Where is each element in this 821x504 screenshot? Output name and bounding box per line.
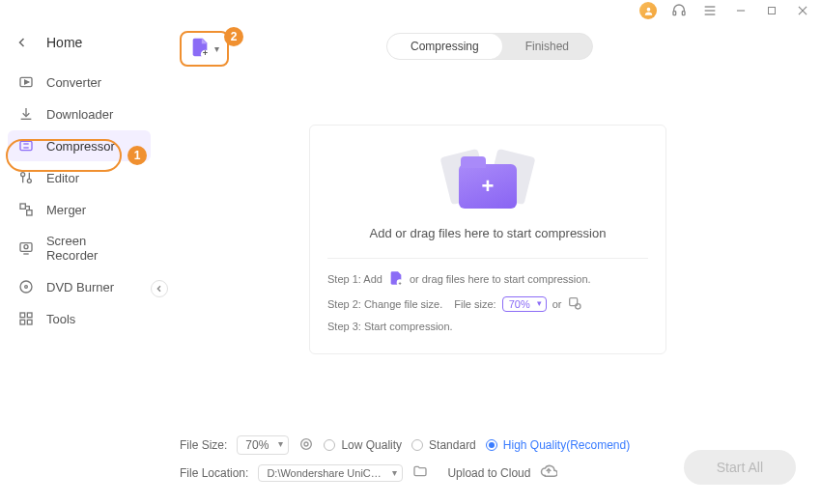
- sidebar-item-label: Downloader: [46, 107, 113, 122]
- svg-text:+: +: [398, 280, 401, 286]
- sidebar-item-tools[interactable]: Tools: [8, 303, 151, 334]
- downloader-icon: [17, 106, 35, 122]
- sidebar-item-label: Merger: [46, 203, 86, 217]
- file-location-label: File Location:: [180, 466, 248, 480]
- sidebar-collapse-button[interactable]: [151, 280, 168, 297]
- menu-icon[interactable]: [701, 2, 719, 19]
- file-size-label: File Size:: [180, 438, 227, 452]
- file-size-select[interactable]: 70%: [237, 435, 289, 455]
- sidebar-item-label: Tools: [46, 312, 75, 326]
- svg-point-25: [25, 286, 28, 289]
- sidebar-item-converter[interactable]: Converter: [8, 67, 151, 98]
- radio-icon: [324, 439, 335, 451]
- step2-text-a: Step 2: Change file size.: [327, 298, 442, 310]
- start-all-button[interactable]: Start All: [684, 450, 796, 485]
- dropzone-title: Add or drag files here to start compress…: [327, 226, 648, 240]
- status-tabs: Compressing Finished: [386, 33, 593, 60]
- maximize-icon[interactable]: [763, 2, 780, 19]
- quality-low-label: Low Quality: [341, 438, 402, 452]
- sidebar-item-label: Screen Recorder: [46, 234, 141, 263]
- svg-point-35: [576, 304, 580, 309]
- step3-text: Step 3: Start compression.: [327, 321, 453, 332]
- svg-point-36: [301, 438, 312, 449]
- dvd-burner-icon: [17, 279, 35, 294]
- step2-or: or: [552, 298, 562, 310]
- sidebar-item-compressor[interactable]: Compressor: [8, 130, 151, 161]
- converter-icon: [17, 74, 35, 90]
- quality-high[interactable]: High Quality(Recomend): [486, 438, 630, 452]
- chevron-down-icon: ▾: [214, 43, 219, 54]
- close-icon[interactable]: [794, 2, 811, 19]
- step2-size-select[interactable]: 70%: [502, 296, 547, 312]
- step2-file-size-label: File size:: [454, 298, 495, 310]
- svg-rect-19: [20, 204, 25, 209]
- footer-bar: File Size: 70% Low Quality Standard High…: [180, 435, 796, 490]
- svg-rect-12: [20, 141, 32, 150]
- minimize-icon[interactable]: [732, 2, 750, 19]
- sidebar-item-label: Converter: [46, 75, 101, 90]
- svg-rect-28: [20, 320, 25, 324]
- svg-rect-1: [673, 12, 676, 15]
- main-area: + ▾ 2 Compressing Finished + Add or drag…: [158, 19, 821, 504]
- editor-icon: [17, 170, 35, 185]
- sidebar-item-downloader[interactable]: Downloader: [8, 98, 151, 129]
- compressor-icon: [17, 138, 35, 154]
- home-label[interactable]: Home: [46, 35, 82, 50]
- quality-high-label: High Quality(Recomend): [503, 438, 630, 452]
- sidebar-item-screen-recorder[interactable]: Screen Recorder: [8, 226, 151, 270]
- folder-open-icon[interactable]: [412, 463, 428, 482]
- quality-low[interactable]: Low Quality: [324, 438, 402, 452]
- steps-panel: Step 1: Add + or drag files here to star…: [327, 258, 648, 332]
- step1-text-b: or drag files here to start compression.: [410, 273, 591, 285]
- svg-text:+: +: [203, 48, 208, 58]
- svg-point-24: [20, 281, 32, 293]
- svg-rect-20: [27, 210, 32, 215]
- target-icon[interactable]: [298, 436, 314, 455]
- svg-rect-2: [682, 12, 685, 15]
- svg-point-15: [21, 173, 25, 177]
- radio-icon: [411, 439, 423, 451]
- back-icon[interactable]: [14, 37, 31, 48]
- merger-icon: [17, 202, 35, 217]
- svg-rect-21: [20, 243, 32, 252]
- svg-rect-7: [769, 8, 776, 14]
- screen-recorder-icon: [17, 240, 35, 256]
- svg-point-0: [646, 7, 650, 11]
- sidebar-item-label: DVD Burner: [46, 280, 114, 294]
- folder-add-icon: +: [439, 149, 536, 216]
- sidebar-item-merger[interactable]: Merger: [8, 194, 151, 225]
- sidebar: Home Converter Downloader Compressor Edi…: [0, 19, 158, 504]
- tab-finished[interactable]: Finished: [502, 34, 592, 59]
- svg-marker-11: [25, 80, 29, 84]
- svg-point-37: [304, 442, 308, 446]
- cloud-upload-icon[interactable]: [540, 462, 557, 483]
- settings-mini-icon[interactable]: [567, 295, 582, 313]
- svg-point-16: [27, 179, 31, 182]
- add-file-icon: +: [189, 37, 211, 61]
- quality-standard[interactable]: Standard: [411, 438, 476, 452]
- sidebar-item-dvd-burner[interactable]: DVD Burner: [8, 271, 151, 302]
- step1-text-a: Step 1: Add: [327, 273, 382, 285]
- file-location-select[interactable]: D:\Wondershare UniConverter 1: [258, 464, 403, 482]
- svg-rect-29: [27, 320, 32, 324]
- dropzone[interactable]: + Add or drag files here to start compre…: [309, 125, 666, 354]
- sidebar-item-label: Editor: [46, 171, 79, 185]
- headset-icon[interactable]: [670, 2, 688, 19]
- tab-compressing[interactable]: Compressing: [387, 34, 502, 59]
- sidebar-item-editor[interactable]: Editor: [8, 162, 151, 193]
- svg-rect-26: [20, 313, 25, 318]
- svg-rect-27: [27, 313, 32, 318]
- upload-cloud-label: Upload to Cloud: [447, 466, 530, 480]
- radio-icon: [486, 439, 497, 451]
- add-files-button[interactable]: + ▾: [180, 31, 229, 67]
- avatar[interactable]: [639, 2, 657, 19]
- add-file-mini-icon[interactable]: +: [388, 270, 404, 288]
- tools-icon: [17, 311, 35, 326]
- svg-point-22: [24, 245, 28, 249]
- quality-standard-label: Standard: [429, 438, 476, 452]
- sidebar-item-label: Compressor: [46, 139, 115, 154]
